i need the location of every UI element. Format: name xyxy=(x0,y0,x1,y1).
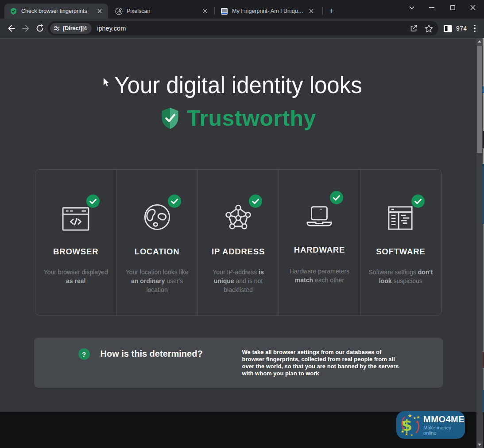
card-title: SOFTWARE xyxy=(360,247,441,257)
check-badge-icon xyxy=(168,195,181,208)
shield-check-icon xyxy=(160,107,180,129)
tab-close-icon[interactable] xyxy=(201,7,209,15)
globe-icon xyxy=(143,203,171,231)
address-bar[interactable]: [Direct]|4 iphey.com xyxy=(48,21,438,35)
tab-separator xyxy=(322,7,323,15)
svg-text:★: ★ xyxy=(407,413,412,419)
software-window-icon xyxy=(388,205,414,231)
tab-title: Pixelscan xyxy=(127,8,197,14)
tab-check-browser-fingerprints[interactable]: Check browser fingerprints xyxy=(4,4,108,19)
new-tab-button[interactable]: + xyxy=(326,5,337,17)
proxy-chip-label: [Direct]|4 xyxy=(63,25,87,31)
browser-window: Check browser fingerprints Pixelscan xyxy=(0,0,484,448)
check-badge-icon xyxy=(249,195,262,208)
tune-icon xyxy=(54,25,60,31)
reload-icon[interactable] xyxy=(34,22,46,35)
info-question: How is this determined? xyxy=(101,349,203,359)
card-title: HARDWARE xyxy=(279,245,360,255)
card-description: Your browser displayed as real xyxy=(40,268,111,286)
scrollbar[interactable] xyxy=(476,38,483,448)
site-info-chip[interactable]: [Direct]|4 xyxy=(50,23,92,34)
scroll-down-icon[interactable] xyxy=(476,441,483,448)
mouse-cursor xyxy=(103,78,109,87)
kebab-menu-icon[interactable] xyxy=(471,22,479,35)
info-answer: We take all browser settings from our da… xyxy=(242,349,405,377)
browser-window-icon xyxy=(62,207,89,231)
network-icon xyxy=(225,203,252,231)
dollar-emblem-icon: $ ★ ★ ★ ★ ★ ★ ★ xyxy=(398,413,422,437)
minimize-icon[interactable] xyxy=(425,2,438,13)
fingerprint-favicon xyxy=(221,8,228,15)
page-heading: Your digital identity looks xyxy=(0,72,476,98)
tab-close-icon[interactable] xyxy=(96,7,104,15)
tab-strip: Check browser fingerprints Pixelscan xyxy=(0,0,484,19)
tab-pixelscan[interactable]: Pixelscan xyxy=(110,4,213,19)
card-description: Hardware parameters match each other xyxy=(284,267,355,285)
verdict-label: Trustworthy xyxy=(187,105,316,131)
svg-text:★: ★ xyxy=(413,416,416,420)
check-badge-icon xyxy=(86,195,100,208)
tab-separator xyxy=(214,7,215,15)
close-icon[interactable] xyxy=(466,2,480,13)
url-text[interactable]: iphey.com xyxy=(97,25,126,32)
watermark-title: MMO4ME xyxy=(423,414,465,425)
scrollbar-thumb[interactable] xyxy=(477,46,482,153)
tab-title: My Fingerprint- Am I Unique ? xyxy=(232,8,304,14)
chevron-down-icon[interactable] xyxy=(405,2,418,13)
scroll-up-icon[interactable] xyxy=(476,38,483,45)
status-card-location: LOCATION Your location looks like an ord… xyxy=(116,170,197,315)
maximize-icon[interactable] xyxy=(446,2,459,13)
status-card-software: SOFTWARE Software settings don't look su… xyxy=(360,170,441,315)
card-title: LOCATION xyxy=(116,247,197,257)
card-description: Software settings don't look suspicious xyxy=(365,268,436,286)
info-panel: ? How is this determined? We take all br… xyxy=(34,338,443,388)
verdict-row: Trustworthy xyxy=(0,105,476,131)
question-icon: ? xyxy=(78,348,90,360)
status-card-hardware: HARDWARE Hardware parameters match each … xyxy=(279,170,360,315)
card-title: BROWSER xyxy=(35,247,116,257)
svg-text:★: ★ xyxy=(410,433,413,437)
mmo4me-watermark: $ ★ ★ ★ ★ ★ ★ ★ MMO4ME Make money online xyxy=(396,411,465,439)
svg-text:★: ★ xyxy=(405,432,408,436)
status-card-ip-address: IP ADDRESS Your IP-address is unique and… xyxy=(197,170,279,315)
card-description: Your location looks like an ordinary use… xyxy=(122,268,193,295)
laptop-icon xyxy=(306,206,333,227)
tab-my-fingerprint[interactable]: My Fingerprint- Am I Unique ? xyxy=(215,4,320,19)
pixelscan-favicon xyxy=(115,8,123,15)
svg-text:★: ★ xyxy=(402,420,405,424)
shield-check-favicon xyxy=(10,8,17,15)
watermark-subtitle: Make money online xyxy=(423,425,465,436)
side-panel-icon xyxy=(444,25,452,32)
back-icon[interactable] xyxy=(5,22,18,35)
status-card-browser: BROWSER Your browser displayed as real xyxy=(35,170,116,315)
forward-icon[interactable] xyxy=(19,22,32,35)
status-cards: BROWSER Your browser displayed as real xyxy=(35,169,441,316)
tab-count-label: 974 xyxy=(456,25,467,32)
svg-text:★: ★ xyxy=(400,429,404,434)
tab-title: Check browser fingerprints xyxy=(21,8,92,14)
share-icon[interactable] xyxy=(408,23,419,34)
check-badge-icon xyxy=(411,195,425,208)
bookmark-star-icon[interactable] xyxy=(423,23,434,34)
tab-close-icon[interactable] xyxy=(307,7,315,15)
card-description: Your IP-address is unique and is not bla… xyxy=(203,268,274,295)
page-viewport: Your digital identity looks Trustworthy xyxy=(0,38,476,448)
svg-text:★: ★ xyxy=(416,415,420,420)
check-badge-icon xyxy=(330,191,343,204)
card-title: IP ADDRESS xyxy=(198,247,279,257)
session-extension-button[interactable]: 974 xyxy=(444,22,467,35)
